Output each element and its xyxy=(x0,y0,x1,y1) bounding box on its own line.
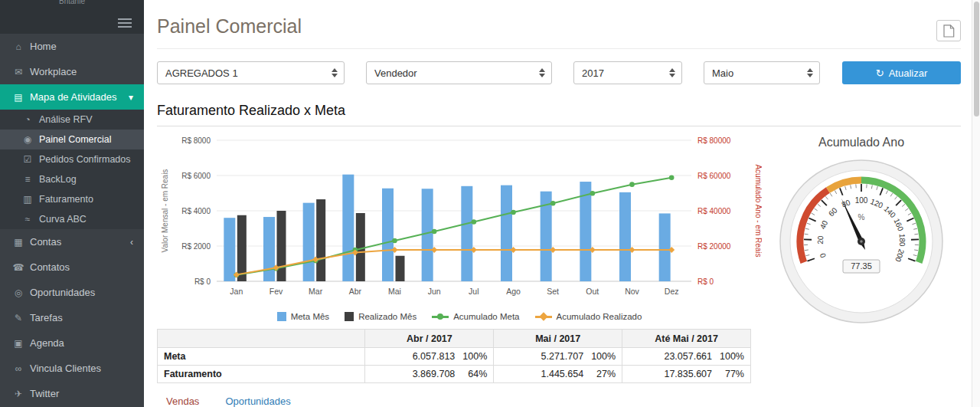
sidebar-item-backlog[interactable]: ≡ BackLog xyxy=(0,169,144,189)
sidebar-item-agenda[interactable]: ▣ Agenda xyxy=(0,330,144,356)
sidebar-item-vincula-clientes[interactable]: ∞ Vincula Clientes xyxy=(0,356,144,381)
svg-text:R$ 80000: R$ 80000 xyxy=(697,136,731,145)
svg-text:180: 180 xyxy=(898,234,907,247)
chevron-down-icon: ▾ xyxy=(129,92,133,103)
sidebar-submenu: ◔ Análise RFV ◉ Painel Comercial ☑ Pedid… xyxy=(0,110,144,229)
row-label: Meta xyxy=(158,348,365,366)
chart-legend: Meta MêsRealizado MêsAcumulado MetaAcumu… xyxy=(157,312,762,321)
bottom-tabs: Vendas Oportunidades xyxy=(157,396,762,407)
cell-pct: 100% xyxy=(583,351,616,362)
cell-pct: 100% xyxy=(455,351,487,362)
sidebar-item-label: BackLog xyxy=(39,174,77,185)
document-icon xyxy=(943,25,955,38)
tab-oportunidades[interactable]: Oportunidades xyxy=(225,396,290,407)
svg-text:Ago: Ago xyxy=(506,287,521,296)
cell-pct: 64% xyxy=(455,369,487,379)
sidebar-item-twitter[interactable]: ✈ Twitter xyxy=(0,381,144,406)
link-icon: ∞ xyxy=(11,363,26,374)
cell-pct: 100% xyxy=(712,351,744,362)
sidebar-item-mapa-de-atividades[interactable]: ▤ Mapa de Atividades ▾ xyxy=(0,84,144,110)
phone-icon: ☎ xyxy=(11,262,26,273)
svg-text:R$ 8000: R$ 8000 xyxy=(181,136,211,145)
gauge-title: Acumulado Ano xyxy=(762,136,961,149)
export-button[interactable] xyxy=(936,20,961,41)
sidebar-item-label: Vincula Clientes xyxy=(30,363,101,374)
sidebar-item-oportunidades[interactable]: ◎ Oportunidades xyxy=(0,280,144,305)
update-button[interactable]: ↻Atualizar xyxy=(842,61,961,84)
svg-text:R$ 2000: R$ 2000 xyxy=(181,242,211,251)
svg-text:Set: Set xyxy=(547,287,559,296)
sidebar-item-workplace[interactable]: ✉ Workplace xyxy=(0,59,144,84)
cell-value: 3.869.708 xyxy=(371,369,455,379)
cell-pct: 77% xyxy=(712,369,744,379)
update-button-label: Atualizar xyxy=(889,67,928,79)
svg-text:77.35: 77.35 xyxy=(851,261,872,271)
sidebar-item-contas[interactable]: ▦ Contas ‹ xyxy=(0,229,144,254)
summary-table: Abr / 2017 Mai / 2017 Até Mai / 2017 Met… xyxy=(157,329,751,383)
sidebar-item-label: Análise RFV xyxy=(39,114,92,125)
section-divider xyxy=(157,126,961,126)
sidebar-item-label: Faturamento xyxy=(39,194,93,205)
legend-item: Acumulado Realizado xyxy=(535,312,642,321)
sidebar-item-label: Home xyxy=(30,41,57,52)
target-icon: ◎ xyxy=(11,287,26,298)
page-header: Painel Comercial xyxy=(157,0,961,49)
svg-text:R$ 20000: R$ 20000 xyxy=(697,242,731,251)
sidebar-item-faturamento[interactable]: ▥ Faturamento xyxy=(0,189,144,209)
table-row-meta: Meta 6.057.813100% 5.271.707100% 23.057.… xyxy=(158,348,751,366)
curve-icon: ≈ xyxy=(20,214,35,225)
scrollbar-thumb[interactable] xyxy=(974,2,979,117)
table-row-faturamento: Faturamento 3.869.70864% 1.445.65427% 17… xyxy=(158,366,751,383)
svg-text:Mai: Mai xyxy=(388,287,401,296)
svg-text:R$ 4000: R$ 4000 xyxy=(181,207,211,215)
building-icon: ▦ xyxy=(11,237,26,248)
checkbox-icon: ☑ xyxy=(20,154,35,165)
svg-text:R$ 0: R$ 0 xyxy=(697,277,714,286)
sidebar-item-label: Pedidos Confirmados xyxy=(39,154,131,165)
svg-text:Nov: Nov xyxy=(625,287,639,296)
sidebar-item-home[interactable]: ⌂ Home xyxy=(0,34,144,59)
svg-text:R$ 6000: R$ 6000 xyxy=(181,172,211,180)
combo-chart: R$ 0R$ 0R$ 2000R$ 20000R$ 4000R$ 40000R$… xyxy=(157,130,762,307)
sidebar-item-contatos[interactable]: ☎ Contatos xyxy=(0,254,144,280)
legend-item: Realizado Mês xyxy=(345,312,416,321)
cell-value: 5.271.707 xyxy=(500,351,583,362)
svg-text:Out: Out xyxy=(586,287,599,296)
vendedor-select[interactable]: Vendedor xyxy=(367,62,551,84)
main-content: Painel Comercial AGREGADOS 1 Vendedor 20… xyxy=(144,0,980,407)
filter-bar: AGREGADOS 1 Vendedor 2017 Maio ↻Atualiza… xyxy=(157,61,961,84)
sidebar-item-label: Twitter xyxy=(30,388,59,399)
sidebar-item-painel-comercial[interactable]: ◉ Painel Comercial xyxy=(0,130,144,149)
scrollbar[interactable] xyxy=(972,0,980,407)
pencil-icon: ✎ xyxy=(11,313,26,323)
table-header-abr: Abr / 2017 xyxy=(365,330,494,348)
activities-map-icon: ▤ xyxy=(11,92,26,103)
table-header-mai: Mai / 2017 xyxy=(494,330,622,348)
cell-value: 23.057.661 xyxy=(629,351,712,362)
svg-text:Jul: Jul xyxy=(469,287,479,296)
table-header-ate-mai: Até Mai / 2017 xyxy=(622,330,751,348)
menu-toggle-icon[interactable] xyxy=(118,16,132,30)
svg-text:R$ 40000: R$ 40000 xyxy=(697,207,731,215)
sidebar-item-analise-rfv[interactable]: ◔ Análise RFV xyxy=(0,110,144,130)
legend-item: Meta Mês xyxy=(277,312,330,321)
sidebar-item-label: Painel Comercial xyxy=(39,134,111,145)
sidebar-item-label: Curva ABC xyxy=(39,214,87,225)
sidebar-item-label: Contas xyxy=(30,236,61,248)
user-name: Britanie xyxy=(0,0,144,5)
year-select[interactable]: 2017 xyxy=(574,62,681,84)
svg-text:100: 100 xyxy=(855,196,868,205)
sidebar-item-pedidos-confirmados[interactable]: ☑ Pedidos Confirmados xyxy=(0,149,144,169)
sidebar-item-label: Contatos xyxy=(30,261,70,273)
svg-text:Jan: Jan xyxy=(230,287,243,296)
sidebar-item-label: Agenda xyxy=(30,337,64,349)
sidebar-item-curva-abc[interactable]: ≈ Curva ABC xyxy=(0,209,144,229)
sidebar-item-tarefas[interactable]: ✎ Tarefas xyxy=(0,305,144,330)
month-select[interactable]: Maio xyxy=(704,62,819,84)
agregados-select[interactable]: AGREGADOS 1 xyxy=(158,62,344,84)
tab-vendas[interactable]: Vendas xyxy=(166,396,199,407)
svg-text:%: % xyxy=(858,213,865,222)
cell-value: 1.445.654 xyxy=(500,369,583,379)
svg-text:Acumulado Ano - em Reais: Acumulado Ano - em Reais xyxy=(754,164,762,257)
svg-text:Fev: Fev xyxy=(270,287,283,296)
